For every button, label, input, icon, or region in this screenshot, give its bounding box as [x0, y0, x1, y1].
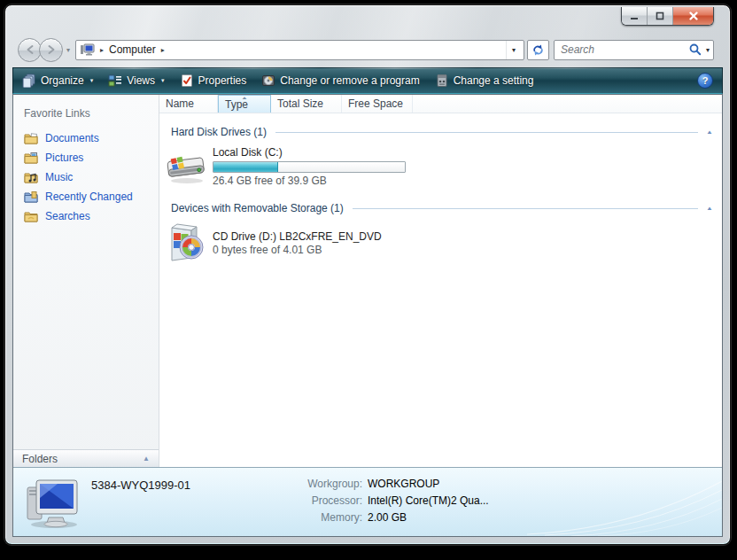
views-caret-icon: ▾ — [161, 77, 165, 84]
group-divider-line — [353, 208, 698, 209]
column-header-label: Total Size — [277, 97, 323, 110]
views-button[interactable]: Views ▾ — [108, 74, 164, 88]
recent-pages-caret-icon[interactable]: ▾ — [66, 46, 70, 54]
help-button[interactable]: ? — [697, 73, 713, 89]
settings-icon — [435, 74, 449, 88]
sidebar-item-documents[interactable]: Documents — [13, 128, 159, 148]
back-button[interactable] — [18, 38, 42, 62]
sidebar-item-pictures[interactable]: Pictures — [13, 148, 159, 167]
maximize-icon — [655, 11, 665, 21]
explorer-window: ▾ ▸ Computer ▸ ▾ — [4, 4, 731, 545]
nav-history-buttons — [18, 38, 63, 62]
change-a-setting-label: Change a setting — [454, 74, 534, 87]
field-label-memory: Memory: — [237, 511, 362, 524]
sidebar-spacer — [13, 226, 159, 449]
drive-name[interactable]: CD Drive (D:) LB2CxFRE_EN_DVD — [213, 222, 382, 244]
search-options-caret-icon[interactable]: ▾ — [706, 46, 710, 54]
drive-info: Local Disk (C:) 26.4 GB free of 39.9 GB — [213, 144, 406, 188]
group-collapse-arrow-icon[interactable]: ▲ — [706, 129, 713, 136]
sidebar-item-label: Searches — [45, 210, 90, 222]
computer-crumb-icon — [80, 43, 95, 57]
field-value-memory: 2.00 GB — [368, 511, 489, 524]
back-arrow-icon — [24, 43, 36, 56]
change-a-setting-button[interactable]: Change a setting — [435, 74, 534, 88]
cd-drive-icon — [165, 221, 207, 263]
sidebar-item-recently-changed[interactable]: Recently Changed — [13, 187, 159, 206]
close-button[interactable] — [673, 7, 713, 25]
forward-button[interactable] — [39, 38, 63, 62]
drive-info: CD Drive (D:) LB2CxFRE_EN_DVD 0 bytes fr… — [213, 221, 382, 263]
command-toolbar: Organize ▾ Views ▾ Properties — [12, 67, 723, 94]
breadcrumb-arrow-icon[interactable]: ▸ — [161, 46, 165, 54]
searches-folder-icon — [24, 209, 38, 223]
folders-label: Folders — [22, 453, 58, 465]
organize-icon — [22, 74, 36, 88]
sidebar-item-label: Documents — [45, 132, 99, 144]
folders-expander[interactable]: Folders ▲ — [13, 449, 159, 467]
minimize-button[interactable] — [622, 7, 648, 25]
search-input[interactable] — [561, 43, 688, 56]
column-headers: Name ▲ Type Total Size Free Space — [159, 95, 722, 113]
column-header-name[interactable]: Name — [159, 95, 218, 113]
refresh-icon — [531, 43, 545, 57]
window-controls — [621, 7, 714, 26]
change-or-remove-program-label: Change or remove a program — [280, 74, 419, 87]
minimize-icon — [629, 11, 640, 21]
views-icon — [108, 74, 122, 88]
maximize-button[interactable] — [648, 7, 673, 25]
group-title[interactable]: Devices with Removable Storage (1) — [171, 202, 344, 214]
drive-item-local-disk-c[interactable]: Local Disk (C:) 26.4 GB free of 39.9 GB — [165, 144, 722, 188]
organize-button[interactable]: Organize ▾ — [22, 74, 93, 88]
details-pane: 5384-WYQ1999-01 Workgroup: WORKGROUP Pro… — [13, 467, 722, 536]
program-disc-icon — [261, 74, 275, 88]
refresh-button[interactable] — [527, 40, 549, 60]
client-area: Favorite Links Documents — [12, 94, 723, 537]
drive-name[interactable]: Local Disk (C:) — [213, 146, 406, 159]
titlebar[interactable] — [5, 5, 730, 35]
column-header-total-size[interactable]: Total Size — [271, 95, 342, 113]
sidebar-item-searches[interactable]: Searches — [13, 206, 159, 226]
address-bar[interactable]: ▸ Computer ▸ ▾ — [75, 40, 524, 60]
field-label-workgroup: Workgroup: — [237, 478, 362, 490]
properties-label: Properties — [198, 74, 247, 87]
column-header-free-space[interactable]: Free Space — [342, 95, 413, 113]
sort-ascending-icon: ▲ — [241, 96, 248, 100]
search-icon[interactable] — [688, 43, 702, 57]
group-header-removable-storage: Devices with Removable Storage (1) ▲ — [171, 202, 713, 214]
group-divider-line — [275, 132, 698, 133]
drive-free-space-text: 0 bytes free of 4.01 GB — [213, 244, 382, 257]
navigation-pane: Favorite Links Documents — [13, 95, 159, 467]
change-or-remove-program-button[interactable]: Change or remove a program — [261, 74, 419, 88]
breadcrumb-arrow-icon[interactable]: ▸ — [100, 46, 104, 54]
main-area: Favorite Links Documents — [13, 95, 722, 467]
file-list-area: Name ▲ Type Total Size Free Space Har — [159, 95, 722, 467]
column-header-label: Name — [166, 97, 194, 110]
swoosh-decoration — [527, 474, 722, 536]
drive-free-space-text: 26.4 GB free of 39.9 GB — [213, 175, 406, 188]
navigation-bar: ▾ ▸ Computer ▸ ▾ — [5, 35, 730, 64]
organize-caret-icon: ▾ — [90, 77, 94, 84]
computer-icon — [22, 475, 84, 530]
organize-label: Organize — [41, 74, 84, 87]
properties-button[interactable]: Properties — [180, 74, 247, 88]
close-icon — [688, 11, 699, 21]
group-header-hard-disk-drives: Hard Disk Drives (1) ▲ — [171, 126, 713, 138]
forward-arrow-icon — [45, 43, 58, 56]
sidebar-item-music[interactable]: Music — [13, 167, 159, 187]
documents-folder-icon — [24, 131, 38, 145]
music-folder-icon — [24, 170, 38, 184]
hard-disk-icon — [165, 144, 207, 187]
capacity-bar-fill — [213, 162, 278, 172]
address-dropdown-caret-icon[interactable]: ▾ — [506, 41, 521, 59]
properties-icon — [180, 74, 194, 88]
group-collapse-arrow-icon[interactable]: ▲ — [706, 206, 713, 212]
column-header-type[interactable]: ▲ Type — [218, 95, 271, 113]
column-header-label: Free Space — [348, 97, 403, 110]
breadcrumb-computer[interactable]: Computer — [109, 43, 156, 56]
computer-name[interactable]: 5384-WYQ1999-01 — [91, 478, 190, 492]
views-label: Views — [127, 74, 155, 87]
folders-expand-arrow-icon: ▲ — [143, 455, 150, 463]
sidebar-item-label: Pictures — [45, 152, 83, 164]
group-title[interactable]: Hard Disk Drives (1) — [171, 126, 267, 138]
drive-item-cd-drive-d[interactable]: CD Drive (D:) LB2CxFRE_EN_DVD 0 bytes fr… — [165, 221, 722, 263]
